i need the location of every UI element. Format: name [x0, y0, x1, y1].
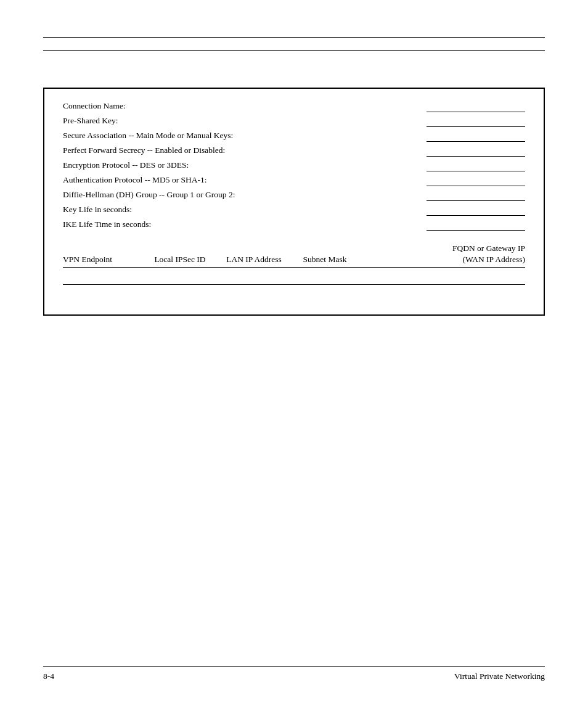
- footer-page-number: 8-4: [43, 671, 54, 681]
- diffie-hellman-input-line: [427, 190, 525, 201]
- table-row-2: [63, 285, 525, 302]
- encryption-label: Encryption Protocol -- DES or 3DES:: [63, 160, 427, 171]
- encryption-input-line: [427, 160, 525, 171]
- col-header-vpn-endpoint: VPN Endpoint: [63, 255, 143, 265]
- authentication-input-line: [427, 175, 525, 186]
- key-life-input-line: [427, 205, 525, 216]
- page: Connection Name: Pre-Shared Key: Secure …: [0, 0, 588, 706]
- ike-life-input-line: [427, 220, 525, 231]
- fqdn-line1: FQDN or Gateway IP: [452, 244, 525, 253]
- col-header-lan-ip: LAN IP Address: [217, 255, 291, 265]
- diffie-hellman-label: Diffie-Hellman (DH) Group -- Group 1 or …: [63, 190, 427, 201]
- fqdn-line2: (WAN IP Address): [463, 255, 526, 264]
- pre-shared-key-input-line: [427, 116, 525, 127]
- perfect-forward-label: Perfect Forward Secrecy -- Enabled or Di…: [63, 146, 427, 157]
- form-row-diffie-hellman: Diffie-Hellman (DH) Group -- Group 1 or …: [63, 190, 525, 201]
- table-section: VPN Endpoint Local IPSec ID LAN IP Addre…: [63, 243, 525, 302]
- connection-name-input-line: [427, 101, 525, 112]
- connection-name-label: Connection Name:: [63, 101, 427, 112]
- table-header-row: VPN Endpoint Local IPSec ID LAN IP Addre…: [63, 243, 525, 268]
- col-header-fqdn: FQDN or Gateway IP (WAN IP Address): [359, 243, 525, 265]
- pre-shared-key-label: Pre-Shared Key:: [63, 116, 427, 127]
- authentication-label: Authentication Protocol -- MD5 or SHA-1:: [63, 175, 427, 186]
- form-row-authentication: Authentication Protocol -- MD5 or SHA-1:: [63, 175, 525, 186]
- form-row-secure-association: Secure Association -- Main Mode or Manua…: [63, 131, 525, 142]
- form-row-connection-name: Connection Name:: [63, 101, 525, 112]
- secure-association-label: Secure Association -- Main Mode or Manua…: [63, 131, 427, 142]
- form-row-ike-life: IKE Life Time in seconds:: [63, 220, 525, 231]
- footer-chapter-title: Virtual Private Networking: [454, 671, 545, 681]
- form-row-perfect-forward: Perfect Forward Secrecy -- Enabled or Di…: [63, 146, 525, 157]
- top-rule-1: [43, 37, 545, 38]
- top-rule-2: [43, 50, 545, 51]
- footer: 8-4 Virtual Private Networking: [43, 666, 545, 681]
- table-row-1: [63, 268, 525, 285]
- form-row-pre-shared-key: Pre-Shared Key:: [63, 116, 525, 127]
- perfect-forward-input-line: [427, 146, 525, 157]
- form-row-encryption: Encryption Protocol -- DES or 3DES:: [63, 160, 525, 171]
- main-box: Connection Name: Pre-Shared Key: Secure …: [43, 88, 545, 316]
- secure-association-input-line: [427, 131, 525, 142]
- col-header-subnet-mask: Subnet Mask: [291, 255, 359, 265]
- ike-life-label: IKE Life Time in seconds:: [63, 220, 427, 231]
- form-row-key-life: Key Life in seconds:: [63, 205, 525, 216]
- col-header-local-ipsec: Local IPSec ID: [143, 255, 217, 265]
- key-life-label: Key Life in seconds:: [63, 205, 427, 216]
